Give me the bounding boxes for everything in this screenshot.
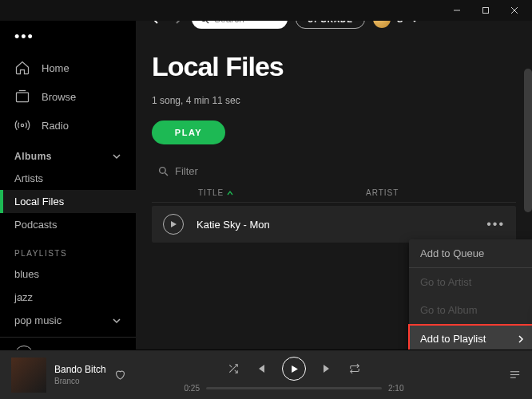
svg-line-9: [165, 173, 168, 176]
ctx-add-to-queue[interactable]: Add to Queue: [409, 239, 532, 267]
chevron-down-icon: [112, 316, 121, 326]
chevron-down-icon: [409, 21, 420, 25]
library-podcasts[interactable]: Podcasts: [0, 213, 136, 236]
play-pause-button[interactable]: [282, 357, 306, 381]
now-playing-artist[interactable]: Branco: [54, 377, 106, 385]
svg-rect-4: [17, 93, 29, 102]
nav-label: Radio: [42, 120, 69, 132]
nav-label: Home: [42, 62, 69, 74]
play-button[interactable]: PLAY: [152, 120, 225, 144]
now-playing-title[interactable]: Bando Bitch: [54, 364, 106, 375]
user-initial: S: [397, 21, 403, 24]
radio-icon: [14, 117, 30, 133]
library-header[interactable]: Albums: [0, 140, 136, 167]
svg-point-6: [201, 21, 207, 22]
ctx-go-to-album[interactable]: Go to Album: [409, 296, 532, 324]
nav-back-button[interactable]: [150, 21, 161, 25]
upgrade-button[interactable]: UPGRADE: [296, 21, 365, 29]
album-art[interactable]: [11, 358, 46, 393]
playlist-item[interactable]: blues: [0, 263, 136, 286]
playlist-item[interactable]: jazz: [0, 286, 136, 309]
browse-icon: [14, 89, 30, 105]
home-icon: [14, 60, 30, 76]
chevron-down-icon: [112, 152, 121, 161]
window-minimize-button[interactable]: [443, 0, 471, 21]
user-menu[interactable]: S: [373, 21, 420, 28]
nav-label: Browse: [42, 91, 76, 103]
next-button[interactable]: [322, 363, 333, 374]
track-title: Katie Sky - Mon: [197, 219, 300, 231]
progress-bar[interactable]: [206, 387, 382, 389]
elapsed-time: 0:25: [185, 384, 200, 393]
avatar: [373, 21, 391, 28]
player-bar: Bando Bitch Branco 0:25 2:10: [0, 350, 532, 399]
nav-radio[interactable]: Radio: [0, 111, 136, 140]
like-button[interactable]: [114, 369, 126, 381]
window-maximize-button[interactable]: [471, 0, 500, 21]
nav-browse[interactable]: Browse: [0, 82, 136, 111]
library-header-label: Albums: [14, 151, 52, 162]
search-icon: [158, 166, 169, 176]
nav-forward-button[interactable]: [173, 21, 184, 25]
new-playlist-button[interactable]: + New Playlist: [0, 337, 136, 350]
repeat-button[interactable]: [349, 363, 360, 374]
track-play-button[interactable]: [163, 214, 184, 235]
search-placeholder: Search: [214, 21, 244, 25]
context-menu: Add to Queue Go to Artist Go to Album Ad…: [409, 239, 532, 350]
page-meta: 1 song, 4 min 11 sec: [152, 95, 516, 106]
queue-button[interactable]: [509, 369, 521, 381]
app-menu-button[interactable]: •••: [0, 29, 136, 53]
nav-home[interactable]: Home: [0, 53, 136, 82]
library-local-files[interactable]: Local Files: [0, 190, 136, 213]
window-close-button[interactable]: [500, 0, 529, 21]
column-artist[interactable]: ARTIST: [366, 188, 510, 197]
shuffle-button[interactable]: [228, 363, 239, 374]
playlists-header: PLAYLISTS: [0, 236, 136, 263]
svg-point-5: [21, 124, 23, 126]
scrollbar-thumb[interactable]: [524, 69, 532, 212]
track-row[interactable]: Katie Sky - Mon •••: [152, 206, 516, 243]
filter-input[interactable]: Filter: [175, 165, 198, 177]
svg-line-7: [206, 21, 208, 23]
playlist-item[interactable]: pop music: [0, 309, 136, 332]
ctx-add-to-playlist[interactable]: Add to Playlist: [409, 325, 532, 350]
track-more-button[interactable]: •••: [486, 217, 505, 231]
window-titlebar: [0, 0, 532, 21]
library-artists[interactable]: Artists: [0, 167, 136, 190]
top-bar: Search UPGRADE S: [136, 21, 532, 38]
svg-point-8: [160, 168, 166, 174]
page-title: Local Files: [152, 51, 516, 82]
ctx-go-to-artist[interactable]: Go to Artist: [409, 268, 532, 296]
previous-button[interactable]: [255, 363, 266, 374]
sidebar: ••• Home Browse Radio Albums: [0, 21, 136, 350]
svg-rect-1: [483, 8, 489, 14]
total-time: 2:10: [388, 384, 403, 393]
chevron-right-icon: [518, 335, 524, 343]
search-icon: [200, 21, 209, 24]
search-input[interactable]: Search: [192, 21, 288, 29]
sort-asc-icon: [227, 190, 233, 196]
main-content: Search UPGRADE S Local Files 1 song, 4 m…: [136, 21, 532, 350]
column-title[interactable]: TITLE: [158, 188, 366, 197]
